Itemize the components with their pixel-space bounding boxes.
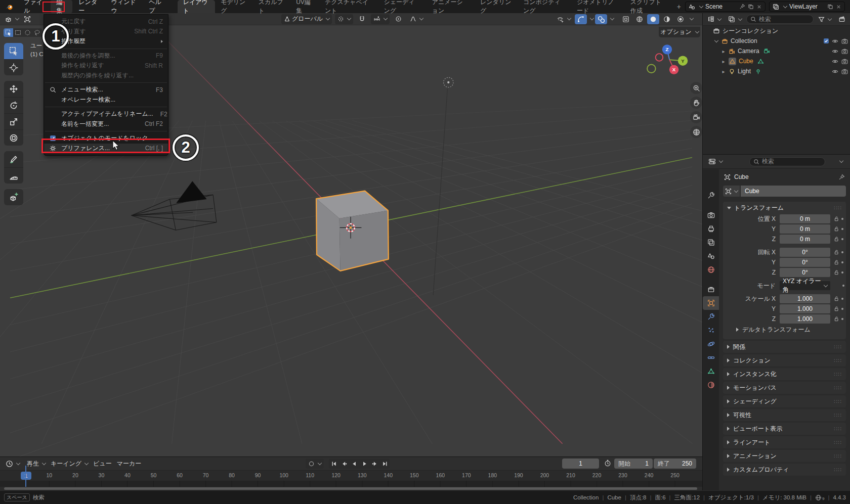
outliner-display-mode-button[interactable] (705, 14, 724, 24)
panel-モーションパス[interactable]: モーションパス ∷∷ (723, 382, 846, 394)
animate-dot[interactable] (841, 308, 843, 310)
drag-handle-icon[interactable]: ∷∷ (834, 205, 842, 211)
panel-ラインアート[interactable]: ラインアート ∷∷ (723, 436, 846, 448)
outliner-filter-id-button[interactable] (726, 14, 744, 24)
mode-button[interactable] (21, 14, 33, 24)
properties-tab-tool[interactable] (703, 189, 719, 202)
workspace-tab[interactable]: UV編集 (290, 0, 319, 13)
disable-render-icon[interactable] (841, 58, 848, 65)
chevron-down-icon[interactable] (839, 159, 843, 163)
outliner-filter-button[interactable] (816, 14, 834, 24)
transform-panel-header[interactable]: トランスフォーム ∷∷ (723, 202, 846, 214)
animate-dot[interactable] (841, 228, 843, 230)
camera-view-button[interactable] (690, 111, 702, 123)
rotation-mode-dropdown[interactable]: XYZ オイラー角 (780, 281, 830, 290)
workspace-tab[interactable]: スカルプト (253, 0, 291, 13)
animate-dot[interactable] (841, 298, 843, 300)
lock-icon[interactable] (833, 269, 839, 276)
animate-dot[interactable] (841, 251, 843, 253)
animate-dot[interactable] (841, 218, 843, 220)
panel-アニメーション[interactable]: アニメーション ∷∷ (723, 450, 846, 462)
panel-カスタムプロパティ[interactable]: カスタムプロパティ ∷∷ (723, 464, 846, 476)
collapse-arrow-icon[interactable] (713, 39, 720, 43)
transform-value-field[interactable]: 1.000 (780, 314, 830, 324)
gizmos-toggle[interactable] (575, 14, 587, 24)
viewport-3d[interactable]: ZYX グローバル (0, 13, 702, 456)
transform-value-field[interactable]: 0 m (780, 235, 830, 244)
lock-icon[interactable] (833, 306, 839, 312)
animate-dot[interactable] (841, 261, 843, 263)
properties-tab-material[interactable] (703, 378, 719, 392)
light-data-icon[interactable] (755, 68, 761, 75)
object-name-input[interactable]: Cube (741, 186, 846, 197)
hide-eye-icon[interactable] (832, 38, 838, 44)
menu-item[interactable]: メニュー検索...F3 (44, 85, 168, 95)
menu-item[interactable]: アクティブアイテムをリネーム...F2 (44, 109, 168, 119)
workspace-tab[interactable]: スクリプト作成 (625, 0, 673, 13)
shading-wireframe-button[interactable] (633, 14, 646, 24)
properties-tab-particles[interactable] (703, 324, 719, 337)
transform-value-field[interactable]: 1.000 (780, 294, 830, 303)
expand-arrow-icon[interactable]: ▸ (720, 69, 727, 74)
editor-type-button[interactable] (2, 14, 21, 24)
snap-mode-button[interactable] (371, 14, 390, 24)
select-lasso-button[interactable] (32, 28, 42, 37)
workspace-tab[interactable]: シェーディング (378, 0, 426, 13)
close-icon[interactable] (836, 4, 841, 10)
delta-transform-subpanel[interactable]: デルタトランスフォーム (723, 324, 846, 335)
snap-target-button[interactable] (335, 14, 353, 24)
outliner-item-label[interactable]: Cube (739, 58, 753, 65)
show-hide-button[interactable] (555, 14, 573, 24)
properties-tab-constraints[interactable] (703, 351, 719, 364)
animate-dot[interactable] (841, 271, 843, 273)
playhead-line[interactable] (25, 466, 26, 488)
menu-window[interactable]: ウィンドウ (105, 0, 143, 13)
properties-tab-object-data[interactable] (703, 364, 719, 378)
properties-search-input[interactable]: 検索 (749, 157, 825, 166)
new-viewlayer-icon[interactable] (827, 4, 833, 10)
disable-render-icon[interactable] (841, 48, 848, 55)
workspace-tab[interactable]: レイアウト (178, 0, 216, 13)
transform-tool-button[interactable] (4, 129, 23, 146)
transform-value-field[interactable]: 0° (780, 268, 830, 277)
add-workspace-button[interactable]: + (673, 3, 685, 11)
overlays-toggle[interactable] (595, 14, 607, 24)
timeline-menu-1[interactable]: キーイング (48, 459, 91, 469)
properties-tab-collection[interactable] (703, 283, 719, 296)
hide-eye-icon[interactable] (832, 48, 838, 55)
workspace-tab[interactable]: ジオメトリノード (571, 0, 625, 13)
properties-tab-render[interactable] (703, 208, 719, 222)
menu-help[interactable]: ヘルプ (143, 0, 170, 13)
properties-tab-physics[interactable] (703, 337, 719, 351)
lock-icon[interactable] (833, 259, 839, 265)
drag-handle-icon[interactable]: ∷∷ (834, 412, 842, 419)
jump-to-start-button[interactable] (329, 459, 339, 469)
panel-ビューポート表示[interactable]: ビューポート表示 ∷∷ (723, 423, 846, 435)
drag-handle-icon[interactable]: ∷∷ (834, 426, 842, 432)
frame-end-field[interactable]: 終了 250 (654, 459, 696, 469)
properties-tab-world[interactable] (703, 263, 719, 277)
drag-handle-icon[interactable]: ∷∷ (834, 371, 842, 378)
add-cube-tool-button[interactable] (4, 189, 23, 205)
select-tweak-button[interactable] (4, 28, 13, 37)
snap-toggle-button[interactable] (356, 14, 368, 24)
pin-icon[interactable] (739, 4, 745, 10)
disable-render-icon[interactable] (841, 68, 848, 75)
transform-value-field[interactable]: 0° (780, 258, 830, 267)
lock-icon[interactable] (833, 296, 839, 302)
mesh-data-icon[interactable] (757, 58, 764, 65)
auto-keying-button[interactable] (306, 459, 324, 469)
timeline-menu-2[interactable]: ビュー (91, 459, 114, 469)
drag-handle-icon[interactable]: ∷∷ (834, 467, 842, 473)
workspace-tab[interactable]: テクスチャペイント (319, 0, 378, 13)
panel-関係[interactable]: 関係 ∷∷ (723, 341, 846, 353)
jump-to-prev-keyframe-button[interactable] (339, 459, 349, 469)
drag-handle-icon[interactable]: ∷∷ (834, 453, 842, 460)
shading-material-button[interactable] (661, 14, 673, 24)
drag-handle-icon[interactable]: ∷∷ (834, 398, 842, 405)
animate-dot[interactable] (842, 285, 844, 287)
menu-item[interactable]: 履歴内の操作を繰り返す... (44, 71, 168, 81)
timeline-editor-type-button[interactable] (3, 459, 22, 469)
outliner-row-camera[interactable]: ▸Camera (703, 46, 850, 56)
outliner-item-label[interactable]: シーンコレクション (722, 27, 778, 35)
